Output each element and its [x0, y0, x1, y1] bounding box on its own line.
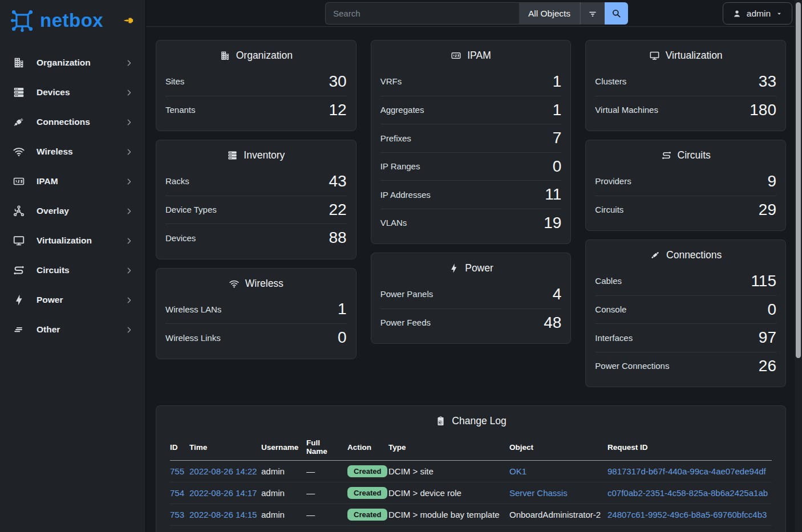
- chevron-right-icon: [124, 117, 134, 127]
- change-time-link[interactable]: 2022-08-26 14:17: [189, 488, 257, 498]
- vertical-scrollbar[interactable]: [795, 0, 802, 532]
- stat-value[interactable]: 22: [329, 201, 347, 219]
- scrollbar-thumb[interactable]: [796, 2, 801, 358]
- stat-label: Power Panels: [380, 289, 434, 299]
- change-time-link[interactable]: 2022-08-26 14:22: [189, 466, 257, 476]
- search-submit-button[interactable]: [605, 2, 628, 25]
- stat-rows: Wireless LANs1Wireless Links0: [156, 295, 356, 352]
- request-id-link[interactable]: 24807c61-9952-49c6-b8a5-69760bfcc4b3: [607, 510, 767, 519]
- stat-value[interactable]: 88: [329, 229, 347, 247]
- stat-value[interactable]: 26: [759, 357, 776, 375]
- stat-value[interactable]: 9: [767, 172, 776, 190]
- stat-row-circuits: Circuits29: [595, 196, 776, 224]
- request-id-link[interactable]: 9817317d-b67f-440a-99ca-4ae07ede94df: [607, 466, 766, 476]
- search-filter-button[interactable]: [580, 2, 605, 25]
- stat-value[interactable]: 0: [338, 328, 347, 347]
- cell-username: admin: [261, 482, 306, 504]
- stat-value[interactable]: 30: [329, 72, 347, 91]
- stat-row-cables: Cables115: [595, 267, 776, 295]
- card-header: Virtualization: [586, 50, 785, 62]
- sidebar-item-label: IPAM: [37, 176, 58, 186]
- stat-value[interactable]: 12: [329, 101, 347, 119]
- card-title: Inventory: [244, 149, 285, 161]
- cell-type: DCIM > device role: [388, 482, 509, 504]
- stat-value[interactable]: 4: [553, 285, 562, 303]
- change-id-link[interactable]: 753: [170, 510, 184, 519]
- counter-icon: [13, 175, 25, 188]
- stat-value[interactable]: 180: [750, 101, 776, 119]
- card-title: Power: [465, 262, 493, 274]
- user-menu-button[interactable]: admin: [723, 2, 792, 25]
- stat-value[interactable]: 48: [544, 314, 561, 332]
- sidebar-item-overlay[interactable]: Overlay: [0, 196, 145, 226]
- stat-value[interactable]: 1: [553, 72, 562, 91]
- stat-value[interactable]: 1: [553, 101, 562, 119]
- sidebar-item-label: Virtualization: [37, 235, 92, 246]
- sidebar-item-virtualization[interactable]: Virtualization: [0, 226, 145, 255]
- change-time-link[interactable]: 2022-08-26 14:15: [189, 510, 257, 519]
- change-id-link[interactable]: 754: [170, 488, 184, 498]
- transit-icon: [13, 264, 25, 277]
- stat-value[interactable]: 0: [767, 300, 776, 319]
- sidebar-item-ipam[interactable]: IPAM: [0, 166, 145, 196]
- stat-value[interactable]: 1: [338, 300, 347, 318]
- stat-value[interactable]: 115: [751, 272, 776, 290]
- stat-value[interactable]: 0: [553, 157, 562, 176]
- stat-value[interactable]: 43: [329, 172, 347, 190]
- brand-wordmark[interactable]: netbox: [40, 10, 103, 31]
- sidebar-item-organization[interactable]: Organization: [0, 48, 145, 78]
- cell-request-id: c07f0ab2-2351-4c58-825a-8b6a2425a1ab: [607, 482, 772, 504]
- card-connections: ConnectionsCables115Console0Interfaces97…: [585, 239, 786, 387]
- stat-value[interactable]: 29: [759, 201, 776, 219]
- stat-value[interactable]: 7: [553, 129, 562, 147]
- stat-value[interactable]: 97: [759, 328, 776, 347]
- changelog-row-753: 7532022-08-26 14:15admin—CreatedDCIM > m…: [170, 504, 772, 526]
- stat-row-power-feeds: Power Feeds48: [380, 308, 562, 337]
- stat-rows: Providers9Circuits29: [586, 167, 785, 224]
- cell-object: OK1: [509, 461, 607, 482]
- pin-sidebar-icon[interactable]: [121, 14, 135, 27]
- cell-time: 2022-08-26 14:15: [189, 504, 261, 526]
- column-header-full-name: Full Name: [306, 435, 347, 461]
- stat-value[interactable]: 33: [759, 72, 776, 91]
- monitor-icon: [13, 234, 25, 247]
- object-link[interactable]: Server Chassis: [509, 488, 568, 498]
- card-header: Power: [371, 262, 571, 274]
- object-link[interactable]: OK1: [509, 466, 526, 476]
- stat-row-providers: Providers9: [595, 167, 776, 196]
- stat-label: Sites: [165, 76, 184, 86]
- sidebar-item-label: Circuits: [37, 265, 70, 275]
- chevron-right-icon: [124, 266, 134, 275]
- card-header: Organization: [156, 50, 356, 62]
- cards-col2: IPAMVRFs1Aggregates1Prefixes7IP Ranges0I…: [371, 40, 572, 387]
- card-title: Organization: [236, 50, 293, 62]
- card-header: Connections: [586, 249, 785, 261]
- card-ipam: IPAMVRFs1Aggregates1Prefixes7IP Ranges0I…: [371, 40, 572, 244]
- stat-row-ip-addresses: IP Addresses11: [380, 180, 562, 209]
- sidebar-item-wireless[interactable]: Wireless: [0, 137, 145, 166]
- stat-value[interactable]: 19: [544, 214, 561, 232]
- stat-label: Devices: [165, 233, 196, 243]
- sidebar-item-circuits[interactable]: Circuits: [0, 255, 145, 285]
- wifi-icon: [229, 278, 240, 289]
- card-title: Circuits: [678, 149, 711, 161]
- server-icon: [227, 150, 238, 161]
- change-id-link[interactable]: 755: [170, 466, 184, 476]
- sidebar-item-power[interactable]: Power: [0, 285, 145, 315]
- stat-value[interactable]: 11: [545, 185, 561, 204]
- sidebar-item-other[interactable]: Other: [0, 315, 145, 344]
- sidebar-item-devices[interactable]: Devices: [0, 78, 145, 107]
- sidebar-item-label: Power: [37, 295, 63, 305]
- card-circuits: CircuitsProviders9Circuits29: [585, 140, 786, 231]
- sidebar-item-connections[interactable]: Connections: [0, 107, 145, 137]
- search-scope-dropdown[interactable]: All Objects: [519, 2, 580, 25]
- stat-rows: Sites30Tenants12: [156, 67, 356, 124]
- changelog-row-755: 7552022-08-26 14:22admin—CreatedDCIM > s…: [170, 461, 772, 482]
- cell-full-name: —: [306, 504, 347, 526]
- cell-full-name: —: [306, 461, 347, 482]
- search-input[interactable]: [325, 2, 519, 25]
- stat-row-power-connections: Power Connections26: [595, 352, 776, 380]
- netbox-logo-icon[interactable]: [9, 7, 35, 34]
- request-id-link[interactable]: c07f0ab2-2351-4c58-825a-8b6a2425a1ab: [607, 488, 768, 498]
- building-icon: [13, 56, 25, 69]
